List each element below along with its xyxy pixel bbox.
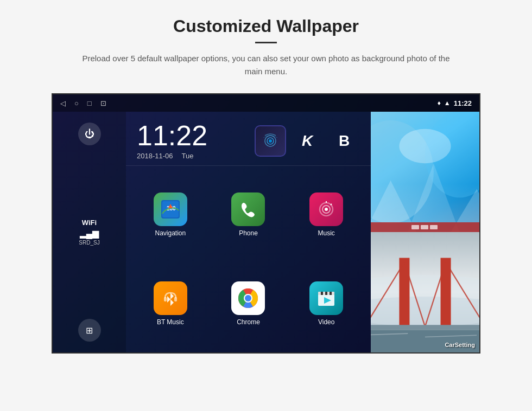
app-item-btmusic[interactable]: BT Music <box>131 259 210 348</box>
ice-svg <box>371 112 479 232</box>
app-item-phone[interactable]: Phone <box>210 170 288 259</box>
top-app-icons: K B <box>255 125 360 157</box>
k-label: K <box>302 132 313 150</box>
svg-rect-18 <box>325 292 327 295</box>
music-label: Music <box>318 229 334 237</box>
preview-bar-icon <box>409 224 441 230</box>
clock-time: 11:22 <box>137 121 244 150</box>
title-divider <box>255 42 277 43</box>
music-icon <box>315 198 337 220</box>
back-nav-icon[interactable]: ◁ <box>60 99 66 107</box>
chrome-icon <box>237 287 259 309</box>
svg-point-14 <box>245 295 251 301</box>
app-item-video[interactable]: Video <box>287 259 365 348</box>
chrome-label: Chrome <box>237 318 260 326</box>
b-app-icon[interactable]: B <box>328 125 360 157</box>
svg-rect-40 <box>371 325 479 330</box>
center-content: 11:22 2018-11-06 Tue <box>126 112 371 352</box>
svg-rect-19 <box>330 292 332 295</box>
video-label: Video <box>318 318 334 326</box>
music-icon-wrap <box>309 192 343 226</box>
status-time: 11:22 <box>454 99 472 107</box>
navigation-icon: 280 <box>160 198 181 220</box>
svg-point-2 <box>269 139 272 143</box>
app-item-chrome[interactable]: Chrome <box>210 259 288 348</box>
svg-rect-17 <box>321 292 323 295</box>
video-icon-wrap <box>309 281 343 315</box>
android-screen: ◁ ○ □ ⊡ ♦ ▲ 11:22 ⏻ WiFi ▂▄▆ SRD_SJ ⊞ <box>52 93 480 354</box>
screenshot-nav-icon[interactable]: ⊡ <box>100 99 106 107</box>
phone-icon <box>237 198 259 220</box>
svg-rect-11 <box>174 297 177 301</box>
wifi-label: WiFi <box>79 219 99 227</box>
app-item-music[interactable]: Music <box>287 170 365 259</box>
b-label: B <box>339 132 350 150</box>
svg-point-9 <box>325 208 328 211</box>
radio-app-icon[interactable] <box>255 125 286 157</box>
status-bar-nav: ◁ ○ □ ⊡ <box>60 99 106 107</box>
page-subtitle: Preload over 5 default wallpaper options… <box>81 52 451 78</box>
btmusic-label: BT Music <box>157 318 184 326</box>
clock-date: 2018-11-06 Tue <box>137 152 244 160</box>
navigation-icon-wrap: 280 <box>154 192 187 226</box>
page-title: Customized Wallpaper <box>173 16 359 36</box>
wallpaper-ice[interactable] <box>371 112 479 232</box>
wifi-ssid: SRD_SJ <box>79 240 99 246</box>
svg-rect-10 <box>164 297 167 301</box>
clock-day-value: Tue <box>182 152 194 160</box>
btmusic-icon <box>160 287 181 309</box>
svg-rect-29 <box>421 225 428 229</box>
status-bar-right: ♦ ▲ 11:22 <box>438 99 472 107</box>
chrome-icon-wrap <box>231 281 265 315</box>
phone-label: Phone <box>239 229 258 237</box>
power-button[interactable]: ⏻ <box>78 123 101 145</box>
wifi-info: WiFi ▂▄▆ SRD_SJ <box>79 219 99 246</box>
svg-rect-30 <box>430 225 438 229</box>
svg-rect-28 <box>411 225 419 229</box>
home-nav-icon[interactable]: ○ <box>74 99 79 107</box>
wallpaper-bridge[interactable]: CarSetting <box>371 232 479 352</box>
app-grid: 280 Navigation Phone <box>126 166 371 352</box>
wifi-status-icon: ▲ <box>444 99 451 107</box>
location-icon: ♦ <box>438 99 441 107</box>
recents-nav-icon[interactable]: □ <box>87 99 92 107</box>
main-content: ⏻ WiFi ▂▄▆ SRD_SJ ⊞ 11:22 2018-11-06 Tue <box>53 112 479 352</box>
video-icon <box>315 287 337 309</box>
radio-signal-svg <box>261 131 280 151</box>
bridge-svg <box>371 232 479 352</box>
clock-date-value: 2018-11-06 <box>137 152 173 160</box>
left-sidebar: ⏻ WiFi ▂▄▆ SRD_SJ ⊞ <box>53 112 126 352</box>
k-app-icon[interactable]: K <box>292 125 323 157</box>
app-item-navigation[interactable]: 280 Navigation <box>131 170 210 259</box>
phone-icon-wrap <box>231 192 265 226</box>
ice-cave-image <box>371 112 479 232</box>
clock-area: 11:22 2018-11-06 Tue <box>126 112 371 166</box>
status-bar: ◁ ○ □ ⊡ ♦ ▲ 11:22 <box>53 94 479 112</box>
carsetting-label: CarSetting <box>445 342 475 348</box>
wallpaper-panel: CarSetting <box>371 112 479 352</box>
navigation-label: Navigation <box>155 229 186 237</box>
btmusic-icon-wrap <box>154 281 187 315</box>
svg-point-27 <box>399 129 451 163</box>
apps-drawer-button[interactable]: ⊞ <box>78 319 101 342</box>
clock-info: 11:22 2018-11-06 Tue <box>137 121 244 160</box>
wifi-bars: ▂▄▆ <box>79 228 99 239</box>
